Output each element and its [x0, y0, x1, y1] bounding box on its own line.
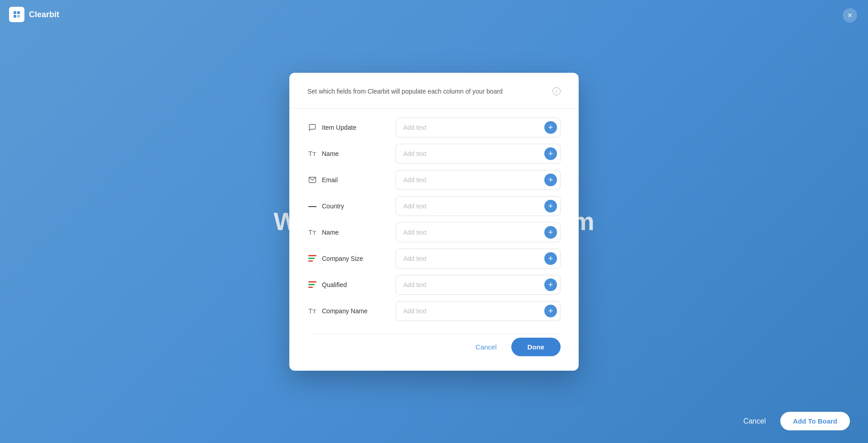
- chat-icon: [307, 123, 317, 132]
- field-label-name-2: Name: [322, 229, 339, 236]
- field-input-email[interactable]: [396, 170, 561, 190]
- field-label-area-item-update: Item Update: [307, 123, 387, 132]
- field-label-company-size: Company Size: [322, 255, 363, 262]
- field-label-area-company-size: Company Size: [307, 254, 387, 264]
- email-icon: [307, 175, 317, 185]
- field-label-qualified: Qualified: [322, 281, 347, 288]
- field-label-country: Country: [322, 203, 344, 210]
- field-label-email: Email: [322, 176, 338, 184]
- field-label-area-qualified: Qualified: [307, 280, 387, 290]
- field-row-qualified: Qualified +: [307, 275, 561, 295]
- text-type-icon-name-2: Tᴛ: [307, 227, 317, 237]
- field-label-name-1: Name: [322, 150, 339, 157]
- field-label-area-email: Email: [307, 175, 387, 185]
- field-rows: Item Update + Tᴛ Name +: [307, 118, 561, 321]
- add-btn-name-2[interactable]: +: [544, 226, 557, 239]
- field-label-item-update: Item Update: [322, 124, 356, 131]
- modal: Set which fields from Clearbit will popu…: [289, 73, 579, 371]
- add-btn-company-name[interactable]: +: [544, 305, 557, 317]
- field-label-area-country: — Country: [307, 201, 387, 211]
- field-row-company-name: Tᴛ Company Name +: [307, 301, 561, 321]
- add-btn-country[interactable]: +: [544, 200, 557, 212]
- field-input-area-qualified: +: [396, 275, 561, 295]
- field-label-area-name-2: Tᴛ Name: [307, 227, 387, 237]
- striped-icon-qualified: [307, 280, 317, 290]
- add-btn-company-size[interactable]: +: [544, 252, 557, 265]
- field-row-name-2: Tᴛ Name +: [307, 222, 561, 242]
- field-label-area-name-1: Tᴛ Name: [307, 149, 387, 159]
- field-input-company-size[interactable]: [396, 249, 561, 269]
- modal-title: Set which fields from Clearbit will popu…: [307, 88, 548, 95]
- field-input-country[interactable]: [396, 196, 561, 216]
- field-row-email: Email +: [307, 170, 561, 190]
- field-row-country: — Country +: [307, 196, 561, 216]
- field-row-name-1: Tᴛ Name +: [307, 144, 561, 164]
- modal-footer: Cancel Done: [307, 334, 561, 356]
- field-label-company-name: Company Name: [322, 307, 368, 315]
- add-btn-email[interactable]: +: [544, 174, 557, 186]
- cancel-button[interactable]: Cancel: [468, 339, 504, 355]
- dash-icon-country: —: [307, 201, 317, 211]
- field-input-name-1[interactable]: [396, 144, 561, 164]
- field-row-item-update: Item Update +: [307, 118, 561, 137]
- field-input-name-2[interactable]: [396, 222, 561, 242]
- add-btn-name-1[interactable]: +: [544, 147, 557, 160]
- field-input-area-company-name: +: [396, 301, 561, 321]
- field-input-qualified[interactable]: [396, 275, 561, 295]
- striped-icon-company-size: [307, 254, 317, 264]
- field-input-area-country: +: [396, 196, 561, 216]
- field-input-area-company-size: +: [396, 249, 561, 269]
- add-btn-item-update[interactable]: +: [544, 121, 557, 134]
- field-input-item-update[interactable]: [396, 118, 561, 137]
- modal-header: Set which fields from Clearbit will popu…: [307, 87, 561, 95]
- field-input-area-email: +: [396, 170, 561, 190]
- field-input-area-item-update: +: [396, 118, 561, 137]
- modal-overlay: Set which fields from Clearbit will popu…: [0, 0, 868, 443]
- info-icon[interactable]: i: [552, 87, 561, 95]
- field-input-area-name-1: +: [396, 144, 561, 164]
- field-row-company-size: Company Size +: [307, 249, 561, 269]
- done-button[interactable]: Done: [511, 338, 561, 356]
- field-input-company-name[interactable]: [396, 301, 561, 321]
- header-divider: [289, 108, 579, 108]
- text-type-icon-company-name: Tᴛ: [307, 306, 317, 316]
- add-btn-qualified[interactable]: +: [544, 278, 557, 291]
- field-label-area-company-name: Tᴛ Company Name: [307, 306, 387, 316]
- text-type-icon-name-1: Tᴛ: [307, 149, 317, 159]
- field-input-area-name-2: +: [396, 222, 561, 242]
